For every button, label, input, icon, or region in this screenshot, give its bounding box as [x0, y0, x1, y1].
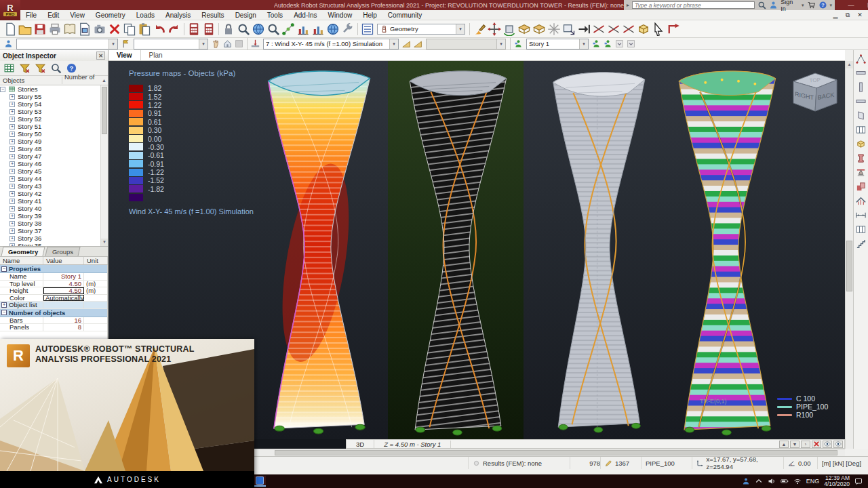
pg-column-value[interactable]: Value — [43, 257, 84, 264]
inactive-box-icon[interactable] — [233, 39, 245, 49]
expand-icon[interactable]: + — [9, 161, 15, 167]
wall-tool-icon[interactable] — [854, 109, 867, 122]
tree-item-story-50[interactable]: +Story 50 — [0, 130, 108, 138]
story-selector[interactable]: Story 1▾ — [526, 39, 589, 49]
story-position-tab[interactable]: Z = 4.50 m - Story 1 — [374, 441, 451, 448]
menu-loads[interactable]: Loads — [131, 10, 160, 20]
app-logo[interactable]: R PRO — [0, 0, 20, 20]
expand-icon[interactable]: + — [9, 102, 15, 107]
panel-chart-select-icon[interactable] — [311, 22, 326, 37]
filter-remove-icon[interactable] — [34, 62, 47, 75]
tree-item-story-40[interactable]: +Story 40 — [0, 205, 108, 212]
mdi-minimize-button[interactable]: ▁ — [830, 12, 841, 19]
lock-selection-icon[interactable] — [221, 22, 236, 37]
story-view-icon[interactable] — [513, 39, 524, 49]
axes-y-icon[interactable] — [606, 22, 621, 37]
open-project-icon[interactable] — [18, 22, 33, 37]
bar-chart-select-icon[interactable] — [296, 22, 311, 37]
expand-icon[interactable]: + — [9, 131, 15, 137]
expand-icon[interactable]: + — [9, 228, 15, 234]
panel-selection-box[interactable]: ▾ — [134, 39, 208, 49]
section-vertical-icon[interactable] — [532, 22, 547, 37]
save-project-icon[interactable] — [33, 22, 47, 37]
panel-close-icon[interactable]: ✕ — [96, 52, 105, 60]
property-value[interactable]: Story 1 — [43, 273, 84, 280]
display-list-icon[interactable] — [360, 22, 375, 37]
inspector-person-icon[interactable] — [3, 39, 14, 49]
tree-item-story-47[interactable]: +Story 47 — [0, 152, 108, 160]
roof-load-tool-icon[interactable] — [854, 195, 867, 207]
home-view-icon[interactable] — [222, 39, 233, 49]
pg-column-name[interactable]: Name — [0, 257, 43, 264]
column-objects[interactable]: Objects — [0, 77, 62, 84]
display-brush-icon[interactable] — [472, 22, 487, 37]
property-row-height[interactable]: Height4.50(m) — [0, 287, 107, 295]
filter-icon[interactable] — [18, 62, 31, 75]
property-value[interactable]: 4.50 — [43, 281, 84, 287]
expand-icon[interactable]: + — [9, 154, 15, 159]
snapshot-camera-icon[interactable] — [92, 22, 107, 37]
expand-icon[interactable]: + — [9, 221, 15, 226]
story-page-down-icon[interactable] — [614, 39, 625, 49]
rotate-3d-icon[interactable] — [502, 22, 517, 37]
tab-plan[interactable]: Plan — [141, 50, 171, 60]
tree-item-story-35[interactable]: +Story 35 — [0, 242, 108, 246]
tree-item-story-45[interactable]: +Story 45 — [0, 167, 108, 175]
view-corner-icon[interactable] — [666, 22, 681, 37]
tree-item-story-44[interactable]: +Story 44 — [0, 175, 108, 182]
load-scale-icon[interactable] — [250, 39, 261, 49]
view-cube-top-label[interactable]: TOP — [809, 77, 821, 83]
tree-scrollbar[interactable]: ▼ — [100, 85, 108, 246]
sign-in-button[interactable]: Sign In — [781, 0, 799, 12]
solid-tool-icon[interactable] — [854, 138, 867, 150]
network-icon[interactable] — [793, 477, 802, 485]
language-indicator[interactable]: ENG — [806, 478, 820, 485]
dynamic-view-star-icon[interactable] — [547, 22, 561, 37]
volume-icon[interactable] — [768, 477, 776, 485]
tree-item-story-49[interactable]: +Story 49 — [0, 138, 108, 145]
tree-item-story-53[interactable]: +Story 53 — [0, 108, 108, 115]
view-3d-tab[interactable]: 3D — [347, 440, 374, 448]
binoculars-icon[interactable] — [757, 1, 766, 9]
expand-icon[interactable]: + — [9, 139, 15, 144]
viewport-vertical-scrollbar[interactable]: ▲ — [845, 61, 853, 449]
new-project-icon[interactable] — [3, 22, 18, 37]
pan-move-icon[interactable] — [487, 22, 502, 37]
load-ramp-up-icon[interactable] — [401, 39, 412, 49]
expand-icon[interactable]: + — [9, 236, 15, 241]
object-colors-globe-icon[interactable] — [326, 22, 340, 37]
tab-geometry[interactable]: Geometry — [1, 247, 45, 256]
load-case-selector[interactable]: 7 : Wind X-Y- 45 m/s (f =1.00) Simulatio… — [263, 39, 399, 49]
inspector-table-icon[interactable] — [3, 62, 16, 75]
property-row-color[interactable]: ColorAutomatically — [0, 295, 107, 302]
print-icon[interactable] — [47, 22, 62, 37]
expand-icon[interactable]: + — [9, 191, 15, 197]
mdi-restore-button[interactable]: ⧉ — [842, 12, 853, 19]
column-tool-icon[interactable] — [854, 81, 867, 94]
menu-results[interactable]: Results — [196, 10, 229, 20]
property-value[interactable]: 4.50 — [43, 287, 84, 294]
view-eye-icon[interactable] — [833, 441, 843, 448]
copy-icon[interactable] — [122, 22, 137, 37]
support-tool-icon[interactable] — [854, 166, 867, 179]
expand-icon[interactable]: + — [9, 184, 15, 189]
redo-icon[interactable] — [167, 22, 182, 37]
panel-tool-icon[interactable] — [854, 123, 867, 136]
expand-icon[interactable]: + — [9, 109, 15, 115]
property-row-bars[interactable]: Bars16 — [0, 317, 107, 325]
paste-icon[interactable] — [137, 22, 152, 37]
expand-more-icon[interactable]: › — [801, 441, 810, 448]
select-cursor-icon[interactable] — [651, 22, 666, 37]
search-input[interactable] — [632, 1, 755, 9]
taskbar-app-button[interactable] — [254, 476, 266, 487]
menu-analysis[interactable]: Analysis — [160, 10, 196, 20]
menu-add-ins[interactable]: Add-Ins — [288, 10, 322, 20]
delete-icon[interactable] — [107, 22, 122, 37]
property-row-name[interactable]: NameStory 1 — [0, 273, 107, 281]
battery-icon[interactable] — [781, 477, 789, 485]
menu-community[interactable]: Community — [382, 10, 428, 20]
axes-x-icon[interactable] — [591, 22, 606, 37]
stairs-tool-icon[interactable] — [854, 237, 867, 250]
tray-expand-icon[interactable] — [755, 477, 763, 485]
tree-item-stories[interactable]: −Stories — [0, 85, 108, 93]
